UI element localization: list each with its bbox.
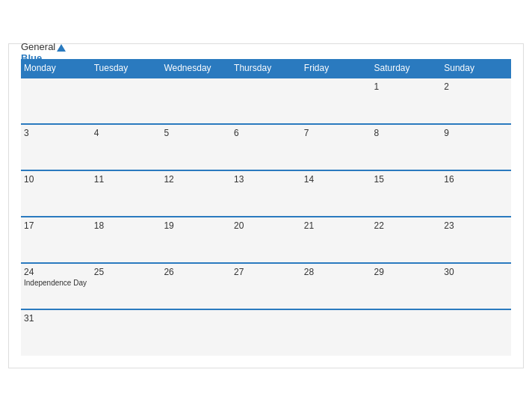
weekday-header: Friday	[301, 59, 371, 78]
day-number: 7	[304, 128, 368, 138]
day-number: 14	[304, 174, 368, 185]
holiday-label: Independence Day	[24, 279, 88, 287]
day-number: 17	[24, 220, 88, 231]
day-number: 21	[304, 220, 368, 231]
day-number: 10	[24, 174, 88, 185]
calendar-day-cell: 13	[231, 170, 301, 217]
calendar-day-cell: 22	[371, 217, 442, 263]
weekday-header: Saturday	[371, 59, 442, 78]
calendar-day-cell: 23	[441, 217, 511, 263]
day-number: 25	[94, 267, 158, 277]
calendar-day-cell: 17	[21, 217, 91, 263]
calendar-day-cell	[91, 78, 161, 124]
weekday-header: Wednesday	[161, 59, 231, 78]
day-number: 18	[94, 220, 158, 231]
logo-blue-text: Blue	[21, 53, 66, 64]
calendar-day-cell: 2	[441, 78, 511, 124]
calendar-day-cell: 5	[161, 124, 231, 170]
day-number: 30	[444, 267, 508, 277]
calendar-day-cell: 7	[301, 124, 371, 170]
calendar-day-cell: 10	[21, 170, 91, 217]
calendar-day-cell	[21, 78, 91, 124]
day-number: 19	[164, 220, 228, 231]
calendar-day-cell: 29	[371, 263, 442, 309]
calendar-day-cell: 28	[301, 263, 371, 309]
calendar-day-cell	[301, 78, 371, 124]
day-number: 12	[164, 174, 228, 185]
day-number: 20	[234, 220, 298, 231]
calendar-container: General Blue MondayTuesdayWednesdayThurs…	[8, 43, 524, 368]
day-number: 23	[444, 220, 508, 231]
calendar-day-cell: 21	[301, 217, 371, 263]
calendar-day-cell	[441, 309, 511, 356]
logo-triangle-icon	[57, 44, 66, 52]
calendar-day-cell: 26	[161, 263, 231, 309]
calendar-day-cell: 18	[91, 217, 161, 263]
calendar-day-cell: 8	[371, 124, 442, 170]
calendar-day-cell	[161, 309, 231, 356]
day-number: 28	[304, 267, 368, 277]
calendar-day-cell: 3	[21, 124, 91, 170]
calendar-day-cell: 15	[371, 170, 442, 217]
calendar-day-cell: 24Independence Day	[21, 263, 91, 309]
calendar-table: MondayTuesdayWednesdayThursdayFridaySatu…	[21, 59, 511, 356]
calendar-day-cell: 9	[441, 124, 511, 170]
calendar-week-row: 31	[21, 309, 511, 356]
calendar-day-cell: 6	[231, 124, 301, 170]
calendar-day-cell: 1	[371, 78, 442, 124]
calendar-day-cell: 12	[161, 170, 231, 217]
day-number: 2	[444, 81, 508, 92]
calendar-day-cell: 19	[161, 217, 231, 263]
day-number: 6	[234, 128, 298, 138]
calendar-day-cell: 27	[231, 263, 301, 309]
day-number: 26	[164, 267, 228, 277]
calendar-week-row: 12	[21, 78, 511, 124]
day-number: 8	[374, 128, 439, 138]
calendar-day-cell	[301, 309, 371, 356]
calendar-day-cell: 16	[441, 170, 511, 217]
weekday-row: MondayTuesdayWednesdayThursdayFridaySatu…	[21, 59, 511, 78]
calendar-week-row: 3456789	[21, 124, 511, 170]
calendar-day-cell	[91, 309, 161, 356]
day-number: 5	[164, 128, 228, 138]
weekday-header: Thursday	[231, 59, 301, 78]
calendar-day-cell	[161, 78, 231, 124]
day-number: 9	[444, 128, 508, 138]
calendar-week-row: 24Independence Day252627282930	[21, 263, 511, 309]
day-number: 29	[374, 267, 439, 277]
day-number: 22	[374, 220, 439, 231]
day-number: 31	[24, 313, 88, 324]
calendar-day-cell: 30	[441, 263, 511, 309]
calendar-body: 123456789101112131415161718192021222324I…	[21, 78, 511, 356]
weekday-header: Tuesday	[91, 59, 161, 78]
day-number: 3	[24, 128, 88, 138]
calendar-day-cell	[231, 309, 301, 356]
calendar-week-row: 17181920212223	[21, 217, 511, 263]
calendar-day-cell: 31	[21, 309, 91, 356]
calendar-day-cell	[231, 78, 301, 124]
day-number: 24	[24, 267, 88, 277]
day-number: 15	[374, 174, 439, 185]
day-number: 27	[234, 267, 298, 277]
calendar-day-cell: 25	[91, 263, 161, 309]
day-number: 16	[444, 174, 508, 185]
calendar-day-cell	[371, 309, 442, 356]
logo-general-text: General	[21, 42, 66, 52]
day-number: 4	[94, 128, 158, 138]
logo: General Blue	[21, 42, 66, 64]
calendar-week-row: 10111213141516	[21, 170, 511, 217]
calendar-header-row: MondayTuesdayWednesdayThursdayFridaySatu…	[21, 59, 511, 78]
day-number: 13	[234, 174, 298, 185]
calendar-day-cell: 4	[91, 124, 161, 170]
day-number: 11	[94, 174, 158, 185]
calendar-day-cell: 14	[301, 170, 371, 217]
weekday-header: Sunday	[441, 59, 511, 78]
day-number: 1	[374, 81, 439, 92]
calendar-day-cell: 20	[231, 217, 301, 263]
calendar-day-cell: 11	[91, 170, 161, 217]
